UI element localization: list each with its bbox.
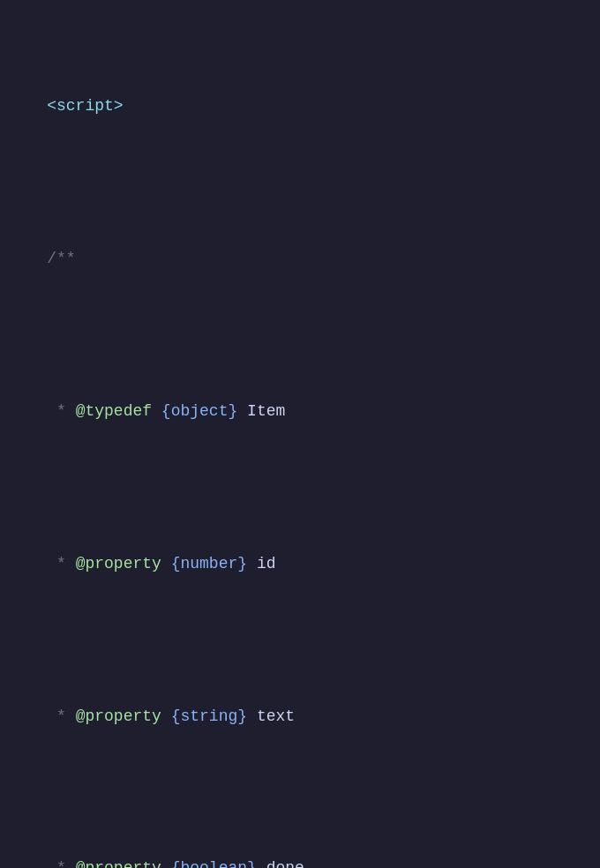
comment-open: /** xyxy=(9,221,591,296)
code-editor: <script> /** * @typedef {object} Item * … xyxy=(9,18,591,868)
comment-property-id: * @property {number} id xyxy=(9,526,591,602)
comment-typedef: * @typedef {object} Item xyxy=(9,373,591,449)
script-open-tag: <script> xyxy=(9,69,591,145)
comment-property-text: * @property {string} text xyxy=(9,678,591,754)
comment-property-done: * @property {boolean} done xyxy=(9,831,591,869)
